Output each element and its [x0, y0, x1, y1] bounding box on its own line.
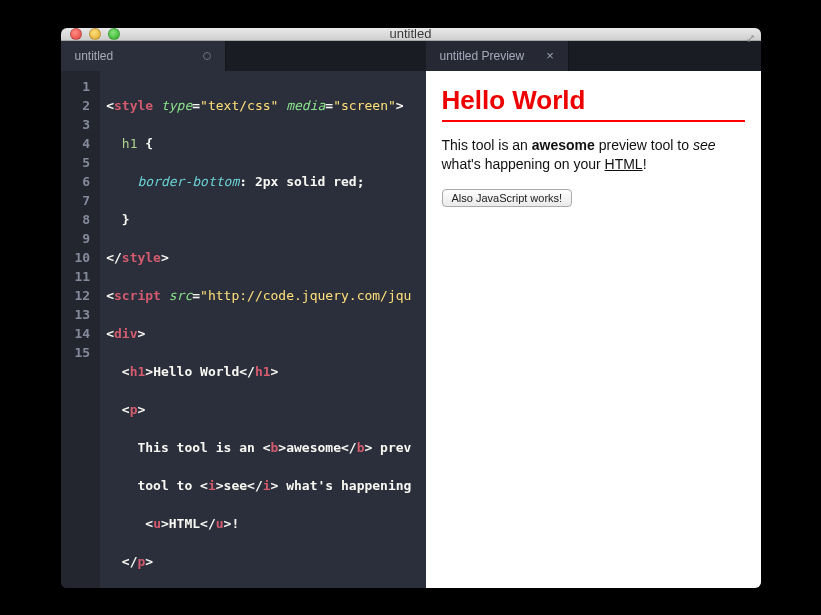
- preview-paragraph: This tool is an awesome preview tool to …: [442, 136, 745, 175]
- preview-js-button[interactable]: Also JavaScript works!: [442, 189, 573, 207]
- preview-pane: Hello World This tool is an awesome prev…: [426, 71, 761, 588]
- gutter: 1 2 3 4 5 6 7 8 9 10 11 12 13 14 15: [61, 71, 101, 588]
- tab-pad: [569, 41, 761, 71]
- fullscreen-icon[interactable]: ⤢: [746, 32, 755, 45]
- window-title: untitled: [61, 28, 761, 42]
- tab-preview[interactable]: untitled Preview ×: [426, 41, 569, 71]
- panes: 1 2 3 4 5 6 7 8 9 10 11 12 13 14 15 <sty…: [61, 71, 761, 588]
- app-window: untitled ⤢ untitled untitled Preview ×: [61, 28, 761, 588]
- preview-heading: Hello World: [442, 85, 745, 122]
- editor-tab-group: untitled: [61, 41, 426, 71]
- tab-bar: untitled untitled Preview ×: [61, 41, 761, 71]
- tab-editor[interactable]: untitled: [61, 41, 227, 71]
- preview-tab-group: untitled Preview ×: [426, 41, 761, 71]
- close-icon[interactable]: ×: [546, 49, 554, 62]
- tab-pad: [226, 41, 425, 71]
- tab-label: untitled Preview: [440, 49, 525, 63]
- code-editor[interactable]: 1 2 3 4 5 6 7 8 9 10 11 12 13 14 15 <sty…: [61, 71, 426, 588]
- code-area[interactable]: <style type="text/css" media="screen"> h…: [100, 71, 425, 588]
- body-area: untitled untitled Preview × 1 2 3: [61, 41, 761, 588]
- tab-label: untitled: [75, 49, 114, 63]
- titlebar[interactable]: untitled ⤢: [61, 28, 761, 41]
- modified-dot-icon: [203, 52, 211, 60]
